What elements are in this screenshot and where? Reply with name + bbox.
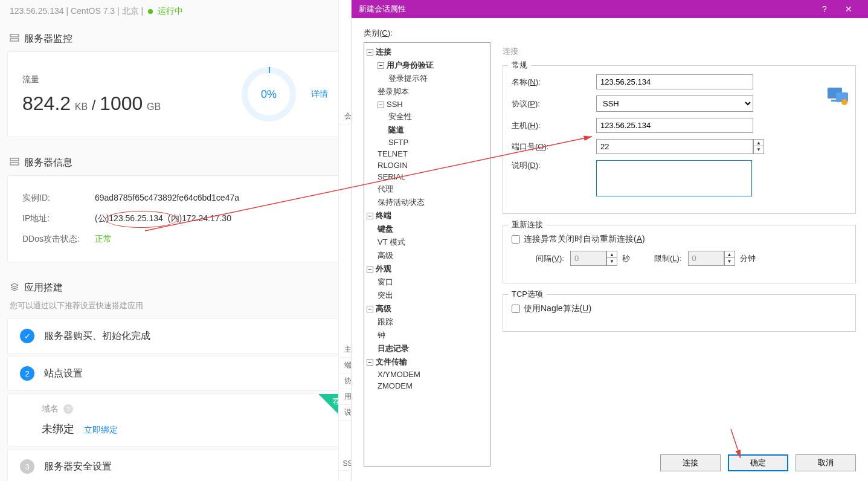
category-label: 类别(C): [364, 28, 856, 39]
session-properties-dialog: 新建会话属性 ? ✕ 类别(C): −连接 −用户身份验证 登录提示符 登录脚本… [351, 0, 868, 481]
build-section-title: 应用搭建 [0, 272, 350, 300]
tree-telnet[interactable]: TELNET [367, 148, 487, 160]
tree-filetransfer[interactable]: −文件传输 [367, 355, 487, 369]
collapse-icon[interactable]: − [367, 49, 373, 56]
help-button[interactable]: ? [812, 4, 837, 14]
ip-public-value: 123.56.25.134 [109, 213, 163, 224]
ddos-label: DDos攻击状态: [22, 234, 95, 245]
collapse-icon[interactable]: − [378, 102, 384, 108]
tree-login-script[interactable]: 登录脚本 [367, 85, 487, 98]
protocol-label: 协议(P): [512, 98, 596, 109]
progress-ring: 0% [239, 64, 299, 124]
header-os: CentOS 7.3 [71, 6, 115, 16]
desc-textarea[interactable] [596, 160, 752, 196]
server-icon [10, 157, 19, 169]
reconnect-checkbox[interactable] [512, 235, 520, 244]
tree-log[interactable]: 日志记录 [367, 342, 487, 355]
svg-rect-1 [10, 39, 19, 41]
tree-advanced[interactable]: 高级 [367, 249, 487, 262]
svg-rect-5 [10, 163, 19, 165]
reconnect-check-label: 连接异常关闭时自动重新连接(A) [524, 234, 645, 245]
tree-sftp[interactable]: SFTP [367, 137, 487, 148]
dialog-title: 新建会话属性 [359, 4, 812, 15]
header-status: 运行中 [158, 6, 183, 16]
svg-point-9 [841, 99, 847, 105]
info-section-title: 服务器信息 [0, 147, 350, 175]
header-ip: 123.56.25.134 [10, 6, 64, 16]
step-3[interactable]: 3 服务器安全设置 [7, 449, 343, 481]
general-fieldset: 常规 名称(N): 协议(P): SSH 主机(H): 端口号(O): [503, 65, 856, 214]
tree-highlight[interactable]: 突出 [367, 289, 487, 302]
collapse-icon[interactable]: − [367, 359, 373, 366]
collapse-icon[interactable]: − [367, 266, 373, 273]
name-input[interactable] [596, 74, 753, 89]
tree-keepalive[interactable]: 保持活动状态 [367, 196, 487, 209]
tree-ssh[interactable]: −SSH [367, 98, 487, 110]
step-number: 2 [20, 366, 34, 381]
tree-bell[interactable]: 钟 [367, 329, 487, 342]
tree-proxy[interactable]: 代理 [367, 182, 487, 196]
step-number: 3 [20, 459, 34, 474]
tree-xymodem[interactable]: X/YMODEM [367, 369, 487, 380]
spin-up-icon[interactable]: ▲ [754, 140, 764, 146]
instance-id-label: 实例ID: [22, 193, 95, 204]
instance-id-value: 69ad8785f65c473892fe64c6bd1ce47a [95, 193, 239, 204]
reconnect-fieldset: 重新连接 连接异常关闭时自动重新连接(A) 间隔(V): ▲▼ 秒 限制(L): [503, 225, 856, 283]
collapse-icon[interactable]: − [378, 62, 384, 69]
detail-link[interactable]: 详情 [311, 89, 328, 100]
nagle-check-label: 使用Nagle算法(U) [524, 303, 591, 314]
host-label: 主机(H): [512, 120, 596, 131]
tree-rlogin[interactable]: RLOGIN [367, 160, 487, 171]
ok-button[interactable]: 确定 [728, 454, 788, 471]
connect-button[interactable]: 连接 [660, 454, 721, 471]
host-input[interactable] [596, 118, 753, 133]
port-label: 端口号(O): [512, 141, 596, 152]
port-input[interactable] [596, 139, 753, 154]
tree-connection[interactable]: −连接 [367, 45, 487, 59]
ip-label: IP地址: [22, 213, 95, 224]
tree-tunnel[interactable]: 隧道 [367, 123, 487, 137]
tree-terminal[interactable]: −终端 [367, 209, 487, 222]
collapse-icon[interactable]: − [367, 213, 373, 219]
check-icon [20, 329, 34, 343]
nagle-checkbox[interactable] [512, 305, 520, 313]
interval-input [570, 251, 606, 266]
tree-vtmode[interactable]: VT 模式 [367, 236, 487, 249]
build-hint: 您可以通过以下推荐设置快速搭建应用 [0, 300, 350, 318]
category-tree[interactable]: −连接 −用户身份验证 登录提示符 登录脚本 −SSH 安全性 隧道 SFTP … [364, 42, 490, 466]
layers-icon [10, 282, 19, 294]
port-spinner[interactable]: ▲▼ [753, 139, 764, 154]
status-dot-icon [148, 9, 153, 14]
help-icon[interactable]: ? [63, 404, 73, 414]
svg-rect-4 [10, 158, 19, 161]
collapse-icon[interactable]: − [367, 306, 373, 312]
interval-label: 间隔(V): [536, 253, 564, 264]
tree-auth[interactable]: −用户身份验证 [367, 59, 487, 72]
tree-login-prompt[interactable]: 登录提示符 [367, 72, 487, 85]
step-2[interactable]: 2 站点设置 [7, 356, 343, 391]
limit-spinner: ▲▼ [724, 251, 735, 266]
tree-keyboard[interactable]: 键盘 [367, 222, 487, 236]
dialog-titlebar[interactable]: 新建会话属性 ? ✕ [352, 0, 868, 18]
desc-label: 说明(D): [512, 160, 596, 171]
name-label: 名称(N): [512, 77, 596, 88]
limit-input [688, 251, 724, 266]
close-button[interactable]: ✕ [837, 4, 861, 14]
tree-appearance[interactable]: −外观 [367, 262, 487, 276]
tree-serial[interactable]: SERIAL [367, 171, 487, 182]
ip-private-value: 172.24.17.30 [182, 213, 231, 224]
tree-security[interactable]: 安全性 [367, 110, 487, 123]
tree-zmodem[interactable]: ZMODEM [367, 380, 487, 392]
cancel-button[interactable]: 取消 [796, 454, 856, 471]
limit-label: 限制(L): [654, 253, 682, 264]
bind-link[interactable]: 立即绑定 [84, 425, 118, 434]
form-panel: 连接 常规 名称(N): 协议(P): SSH 主机(H): [503, 42, 856, 343]
tree-window[interactable]: 窗口 [367, 276, 487, 289]
domain-box: 荐 域名 ? 未绑定 立即绑定 [7, 393, 343, 447]
tree-advanced2[interactable]: −高级 [367, 302, 487, 315]
tree-trace[interactable]: 跟踪 [367, 315, 487, 329]
protocol-select[interactable]: SSH [596, 95, 753, 112]
panel-title: 连接 [503, 42, 856, 65]
spin-down-icon[interactable]: ▼ [754, 146, 764, 153]
step-1[interactable]: 服务器购买、初始化完成 [7, 318, 343, 353]
